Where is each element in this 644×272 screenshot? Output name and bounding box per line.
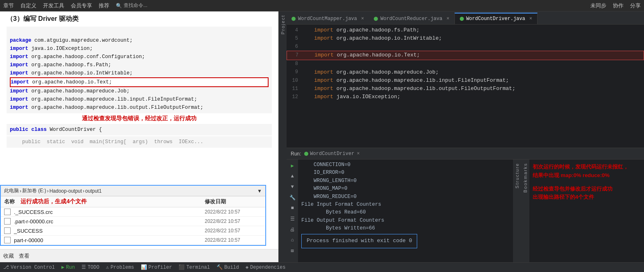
line-num-12: 12 — [287, 93, 301, 101]
code-line-2: import java.io.IOException; — [10, 45, 269, 53]
tab-close-reducer[interactable]: × — [446, 16, 449, 22]
status-build-label: Build — [224, 265, 239, 270]
tab-close-mapper[interactable]: × — [361, 16, 364, 22]
line-content-4: import org.apache.hadoop.fs.Path; — [301, 26, 644, 34]
project-sidebar-strip: Project — [278, 11, 287, 262]
tab-close-driver[interactable]: × — [529, 16, 532, 22]
status-terminal[interactable]: ⬛ Terminal — [179, 264, 210, 270]
run-panel: Run: WordCountDriver × ▶ ▲ ▼ 🔧 ■ — [287, 148, 644, 262]
run-line-2: WRONG_LENGTH=0 — [301, 177, 510, 185]
git-icon: ⎇ — [3, 264, 9, 270]
search-cmd[interactable]: 🔍 查找命令... — [116, 2, 147, 9]
breadcrumb-output1[interactable]: output1 — [85, 188, 102, 194]
run-settings-button[interactable]: 🔧 — [289, 194, 296, 201]
status-version-control[interactable]: ⎇ Version Control — [3, 264, 55, 270]
breadcrumb-e[interactable]: 新加卷 (E:) — [22, 187, 46, 194]
line-num-9: 9 — [287, 68, 301, 76]
run-tab[interactable]: WordCountDriver × — [304, 151, 359, 157]
status-run[interactable]: ▶ Run — [61, 264, 75, 270]
code-line-9: import org.apache.hadoop.mapreduce.lib.o… — [10, 103, 269, 112]
file-date-0: 2022/8/22 10:57 — [205, 209, 262, 215]
run-copy-button[interactable]: ⊞ — [289, 247, 296, 254]
btn-save[interactable]: 收藏 — [3, 252, 14, 260]
file-explorer: 此电脑 › 新加卷 (E:) › Hadoop-output › output1… — [0, 185, 266, 246]
status-dependencies[interactable]: ◈ Dependencies — [246, 264, 286, 270]
bookmarks-strip: Bookmarks — [521, 160, 529, 262]
annotation-1-line2: 结果中出现 map:0% reduce:0% — [533, 172, 610, 178]
run-sidebar: ▶ ▲ ▼ 🔧 ■ ☰ 🖨 ⌂ ⊞ — [287, 160, 298, 262]
dropdown-icon[interactable]: ▼ — [257, 188, 262, 194]
run-icon: ▶ — [61, 264, 64, 270]
tab-dot-reducer — [374, 17, 378, 21]
status-vc-label: Version Control — [11, 265, 55, 270]
run-line-8: Bytes Written=66 — [301, 225, 510, 232]
menu-item-vip[interactable]: 会员专享 — [71, 2, 92, 9]
tab-reducer[interactable]: WordCountReducer.java × — [369, 13, 454, 24]
run-down-button[interactable]: ▼ — [289, 183, 296, 191]
status-problems-label: Problems — [111, 265, 134, 270]
run-wrap-button[interactable]: ⌂ — [289, 236, 296, 244]
dep-icon: ◈ — [246, 264, 249, 270]
breadcrumb-thispc[interactable]: 此电脑 — [4, 187, 19, 194]
run-stop-button[interactable]: ■ — [289, 205, 296, 212]
menu-item-devtools[interactable]: 开发工具 — [43, 2, 64, 9]
file-date-3: 2022/8/22 10:57 — [205, 237, 262, 243]
build-icon: 🔨 — [217, 264, 223, 270]
file-icon-0 — [4, 209, 11, 215]
collab-label[interactable]: 协作 — [613, 2, 624, 9]
breadcrumb-sep1: › — [20, 188, 21, 194]
file-row-0[interactable]: ._SUCCESS.crc 2022/8/22 10:57 — [1, 207, 265, 217]
code-line-highlighted: import org.apache.hadoop.io.Text; — [10, 77, 269, 87]
code-line-class: public class WordCountDriver { — [10, 126, 269, 134]
run-up-button[interactable]: ▲ — [289, 173, 296, 180]
run-line-0: CONNECTION=0 — [301, 161, 510, 169]
file-row-3[interactable]: part-r-00000 2022/8/22 10:57 — [1, 236, 265, 245]
code-line-3: import org.apache.hadoop.conf.Configurat… — [10, 53, 269, 61]
breadcrumb-sep3: › — [83, 188, 84, 194]
breadcrumb-hadoop[interactable]: Hadoop-output — [50, 188, 82, 194]
run-line-6: Bytes Read=60 — [301, 209, 510, 216]
code-line-bottom: public static void main(String[ args) th… — [7, 136, 272, 148]
col-name-label: 名称 运行成功后，生成4个文件 — [4, 198, 201, 205]
annotation-2-line1: 经过检查导包并修改后才运行成功 — [533, 186, 612, 192]
status-problems[interactable]: ⚠ Problems — [106, 264, 134, 270]
line-content-12: import java.io.IOException; — [301, 93, 644, 101]
menu-item-chapter[interactable]: 章节 — [3, 2, 14, 9]
editor-line-5: 5 import org.apache.hadoop.io.IntWritabl… — [287, 34, 644, 43]
run-line-7: File Output Format Counters — [301, 217, 510, 225]
btn-view[interactable]: 查看 — [19, 252, 29, 260]
line-content-5: import org.apache.hadoop.io.IntWritable; — [301, 34, 644, 43]
tab-driver[interactable]: WordCountDriver.java × — [454, 13, 538, 24]
editor-line-6: 6 — [287, 43, 644, 51]
process-finished-box: Process finished with exit code 0 — [301, 234, 417, 248]
list-icon: ☰ — [81, 264, 86, 270]
run-output: CONNECTION=0 IO_ERROR=0 WRONG_LENGTH=0 W… — [298, 160, 513, 262]
status-run-label: Run — [66, 265, 75, 270]
menu-item-recommend[interactable]: 推荐 — [99, 2, 109, 9]
run-list-button[interactable]: ☰ — [289, 215, 296, 223]
status-todo[interactable]: ☰ TODO — [81, 264, 99, 270]
menu-item-customize[interactable]: 自定义 — [20, 2, 36, 9]
code-line-8: import org.apache.hadoop.mapreduce.lib.i… — [10, 95, 269, 103]
search-icon: 🔍 — [116, 3, 122, 9]
status-build[interactable]: 🔨 Build — [217, 264, 239, 270]
code-block: package com.atguigu.mapreduce.wordcount;… — [7, 27, 272, 113]
editor-line-10: 10 import org.apache.hadoop.mapreduce.li… — [287, 76, 644, 85]
run-tab-close[interactable]: × — [357, 151, 359, 157]
status-profiler[interactable]: 📊 Profiler — [141, 264, 172, 270]
file-row-1[interactable]: .part-r-00000.crc 2022/8/22 10:57 — [1, 217, 265, 226]
col-date-label: 修改日期 — [205, 198, 262, 205]
file-date-1: 2022/8/22 10:57 — [205, 218, 262, 224]
share-label[interactable]: 分享 — [630, 2, 641, 9]
editor-line-12: 12 import java.io.IOException; — [287, 93, 644, 101]
editor-code[interactable]: 4 import org.apache.hadoop.fs.Path; 5 im… — [287, 25, 644, 148]
run-print-button[interactable]: 🖨 — [289, 226, 296, 233]
run-play-button[interactable]: ▶ — [289, 162, 296, 169]
tab-mapper[interactable]: WordCountMapper.java × — [287, 13, 369, 24]
sync-label[interactable]: 未同步 — [590, 2, 606, 9]
right-panel: WordCountMapper.java × WordCountReducer.… — [287, 11, 644, 262]
file-name-1: .part-r-00000.crc — [14, 218, 201, 225]
line-num-5: 5 — [287, 35, 301, 43]
file-row-2[interactable]: _SUCCESS 2022/8/22 10:57 — [1, 226, 265, 236]
structure-label: Structure — [515, 163, 520, 189]
